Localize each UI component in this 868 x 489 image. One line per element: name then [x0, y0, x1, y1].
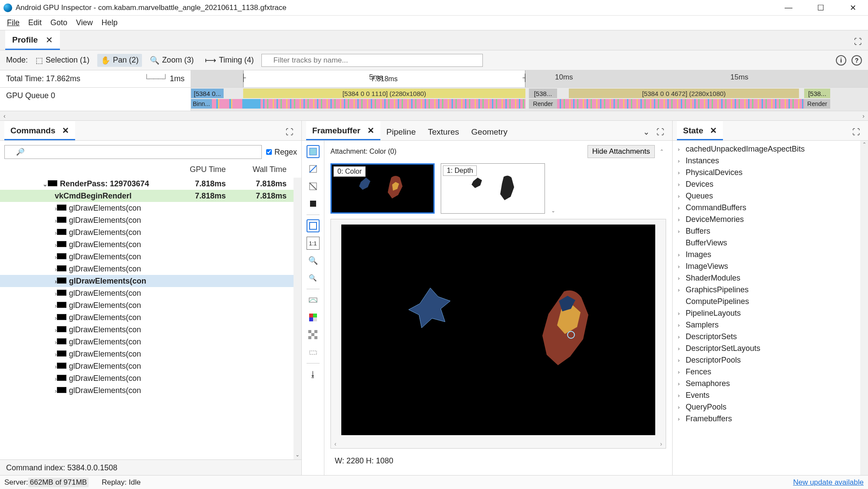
thumb-color[interactable]: 0: Color	[330, 163, 435, 214]
command-row[interactable]: ›glDrawElements(con	[0, 275, 301, 287]
state-fullscreen-icon[interactable]: ⛶	[849, 128, 864, 140]
window-close[interactable]: ✕	[843, 1, 863, 14]
block-bin-sub[interactable]: Binn...	[191, 99, 212, 109]
tabs-dropdown-icon[interactable]: ⌄	[640, 127, 653, 140]
state-tab-close-icon[interactable]: ✕	[710, 126, 717, 135]
tab-framebuffer[interactable]: Framebuffer ✕	[306, 121, 380, 140]
state-item[interactable]: ›Buffers	[673, 225, 868, 237]
fb-tool-diag2-icon[interactable]	[307, 180, 320, 193]
menu-edit[interactable]: Edit	[24, 17, 46, 29]
fb-hscroll[interactable]: ‹›	[331, 440, 666, 448]
tab-textures[interactable]: Textures	[422, 123, 465, 140]
state-tab[interactable]: State ✕	[677, 121, 723, 140]
command-row[interactable]: ›glDrawElements(con	[0, 311, 301, 324]
command-row[interactable]: ›glDrawElements(con	[0, 372, 301, 384]
block-render-1-sub[interactable]: Render	[529, 99, 557, 109]
state-item[interactable]: ›Images	[673, 249, 868, 261]
window-minimize[interactable]: —	[779, 1, 799, 14]
menu-file[interactable]: File	[3, 17, 24, 29]
state-item[interactable]: ›DescriptorSetLayouts	[673, 343, 868, 354]
state-item[interactable]: ›Instances	[673, 155, 868, 167]
mode-zoom[interactable]: 🔍 Zoom (3)	[146, 54, 197, 67]
commands-tree[interactable]: ⌄RenderPass: 1297036747.818ms7.818msvkCm…	[0, 178, 301, 459]
state-item[interactable]: ›PipelineLayouts	[673, 307, 868, 319]
state-item[interactable]: ›ImageViews	[673, 261, 868, 272]
tab-profile-close-icon[interactable]: ✕	[46, 35, 53, 45]
state-tree[interactable]: ›cachedUnpackedImageAspectBits›Instances…	[673, 141, 868, 475]
block-last[interactable]: [538...	[804, 89, 830, 98]
thumbs-scroll-up-icon[interactable]: ⌃	[657, 149, 666, 155]
commands-tab[interactable]: Commands ✕	[4, 121, 75, 140]
window-maximize[interactable]: ☐	[811, 1, 831, 14]
block-big2[interactable]: [5384 0 0 4672] (2280x1080)	[569, 89, 799, 98]
state-item[interactable]: ›cachedUnpackedImageAspectBits	[673, 143, 868, 155]
menu-view[interactable]: View	[72, 17, 97, 29]
fb-tool-solid-icon[interactable]	[307, 197, 320, 210]
tab-geometry[interactable]: Geometry	[465, 123, 513, 140]
commands-search-input[interactable]	[4, 145, 262, 159]
commands-tab-close-icon[interactable]: ✕	[62, 126, 69, 135]
mode-timing[interactable]: ⟼ Timing (4)	[201, 54, 257, 67]
command-row[interactable]: ›glDrawElements(con	[0, 263, 301, 275]
state-item[interactable]: ›Framebuffers	[673, 413, 868, 425]
command-row[interactable]: ›glDrawElements(con	[0, 226, 301, 238]
command-row[interactable]: ›glDrawElements(con	[0, 214, 301, 226]
command-row[interactable]: ⌄RenderPass: 1297036747.818ms7.818ms	[0, 178, 301, 190]
block-bin-stripes[interactable]	[212, 99, 243, 109]
state-item[interactable]: ›Semaphores	[673, 378, 868, 390]
command-row[interactable]: ›glDrawElements(con	[0, 287, 301, 299]
state-item[interactable]: ›DescriptorPools	[673, 354, 868, 366]
state-scrollbar[interactable]: ⌃	[860, 141, 868, 475]
state-item[interactable]: ›Samplers	[673, 319, 868, 331]
regex-checkbox-input[interactable]	[266, 145, 272, 159]
fb-tool-download-icon[interactable]: ⭳	[307, 368, 320, 381]
fb-tool-checker-icon[interactable]	[307, 328, 320, 341]
fb-tool-zoom-in-icon[interactable]: 🔍	[307, 254, 320, 267]
state-item[interactable]: ›ShaderModules	[673, 272, 868, 284]
command-row[interactable]: ›glDrawElements(con	[0, 324, 301, 336]
fb-tool-zoom-out-icon[interactable]: 🔍	[307, 271, 320, 284]
mode-selection[interactable]: ⬚ Selection (1)	[32, 54, 93, 67]
fullscreen-icon[interactable]: ⛶	[854, 37, 862, 46]
timeline-selection[interactable]: ├ 7.818ms ┤	[243, 70, 525, 87]
tab-profile[interactable]: Profile ✕	[5, 30, 60, 50]
fb-tool-channels-icon[interactable]	[307, 311, 320, 324]
state-item[interactable]: ComputePipelines	[673, 296, 868, 307]
block-last-sub[interactable]: Render	[804, 99, 830, 109]
state-item[interactable]: BufferViews	[673, 237, 868, 249]
fb-tool-1to1-icon[interactable]: 1:1	[307, 237, 320, 250]
thumbs-scroll-down-icon[interactable]: ⌄	[551, 208, 555, 214]
state-item[interactable]: ›Devices	[673, 178, 868, 190]
state-item[interactable]: ›Events	[673, 390, 868, 401]
fb-canvas[interactable]	[341, 225, 655, 435]
fb-tool-fit-icon[interactable]	[307, 219, 320, 232]
filter-tracks-input[interactable]	[261, 54, 483, 67]
state-item[interactable]: ›Queues	[673, 190, 868, 202]
menu-goto[interactable]: Goto	[46, 17, 72, 29]
commands-fullscreen-icon[interactable]: ⛶	[282, 128, 297, 140]
block-blue-sub[interactable]	[243, 99, 261, 109]
fb-tool-crop-icon[interactable]	[307, 346, 320, 359]
state-item[interactable]: ›PhysicalDevices	[673, 167, 868, 178]
command-row[interactable]: ›glDrawElements(con	[0, 336, 301, 348]
fb-viewport[interactable]: ‹›	[330, 219, 666, 449]
state-item[interactable]: ›DeviceMemories	[673, 214, 868, 225]
regex-checkbox[interactable]: Regex	[266, 145, 297, 159]
state-item[interactable]: ›CommandBuffers	[673, 202, 868, 214]
timeline-ruler[interactable]: ├ 7.818ms ┤ 5ms 10ms 15ms	[191, 70, 868, 87]
info-icon[interactable]: i	[836, 55, 846, 66]
state-item[interactable]: ›Fences	[673, 366, 868, 378]
command-row[interactable]: ›glDrawElements(con	[0, 202, 301, 214]
fb-tool-diag1-icon[interactable]	[307, 162, 320, 175]
help-icon[interactable]: ?	[851, 55, 862, 66]
track-body[interactable]: [5384 0... Binn... [5384 0 0 1110] (2280…	[191, 88, 868, 111]
command-row[interactable]: ›glDrawElements(con	[0, 348, 301, 360]
update-link[interactable]: New update available	[793, 478, 864, 487]
state-item[interactable]: ›GraphicsPipelines	[673, 284, 868, 296]
fb-fullscreen-icon[interactable]: ⛶	[653, 128, 668, 140]
menu-help[interactable]: Help	[97, 17, 122, 29]
fb-tool-coloradj-icon[interactable]	[307, 294, 320, 307]
block-stripes-2[interactable]	[557, 99, 804, 109]
block-main-yellow[interactable]: [5384 0 0 1110] (2280x1080)	[243, 89, 525, 98]
tab-framebuffer-close-icon[interactable]: ✕	[367, 126, 374, 135]
